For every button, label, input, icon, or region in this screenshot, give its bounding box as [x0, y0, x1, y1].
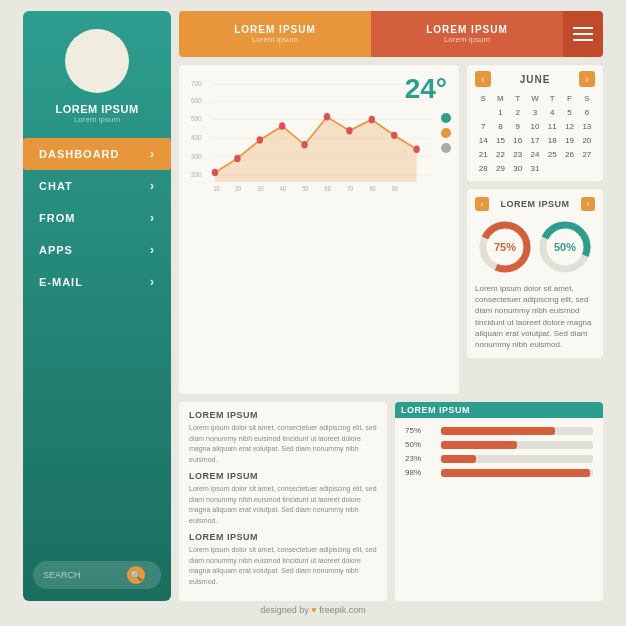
cal-day[interactable]: 24 — [527, 148, 543, 161]
legend-dots — [441, 113, 451, 153]
bar-row-2: 50% — [405, 440, 593, 449]
donuts-row: 75% 50% — [475, 217, 595, 277]
bar-fill-2 — [441, 441, 517, 449]
svg-point-28 — [346, 127, 352, 134]
cal-day[interactable]: 30 — [510, 162, 526, 175]
bar-track-1 — [441, 427, 593, 435]
chart-panel: 24° 700 600 500 400 300 — [179, 65, 459, 394]
donut-prev-button[interactable]: ‹ — [475, 197, 489, 211]
cal-day[interactable]: 18 — [544, 134, 560, 147]
topbar-right-sub: Lorem ipsum — [444, 35, 490, 44]
cal-day[interactable]: 29 — [492, 162, 508, 175]
sidebar-item-from[interactable]: FROM › — [23, 202, 171, 234]
svg-text:10: 10 — [213, 186, 220, 192]
chevron-right-icon: › — [150, 243, 155, 257]
cal-day[interactable]: 15 — [492, 134, 508, 147]
cal-day[interactable]: 4 — [544, 106, 560, 119]
cal-day[interactable]: 27 — [579, 148, 595, 161]
calendar-prev-button[interactable]: ‹ — [475, 71, 491, 87]
cal-day[interactable]: 2 — [510, 106, 526, 119]
cal-day[interactable]: 31 — [527, 162, 543, 175]
cal-day[interactable]: 11 — [544, 120, 560, 133]
sidebar-item-email[interactable]: E-MAIL › — [23, 266, 171, 298]
cal-day — [561, 162, 577, 175]
calendar-grid: S M T W T F S 1 2 3 4 5 — [475, 92, 595, 175]
cal-day[interactable]: 13 — [579, 120, 595, 133]
svg-point-23 — [234, 155, 240, 162]
cal-day[interactable] — [475, 106, 491, 119]
svg-text:600: 600 — [191, 96, 202, 103]
text-title-3: LOREM IPSUM — [189, 532, 377, 542]
topbar-left-sub: Lorem ipsum — [252, 35, 298, 44]
cal-day[interactable]: 21 — [475, 148, 491, 161]
text-title-1: LOREM IPSUM — [189, 410, 377, 420]
cal-day-header: W — [527, 92, 543, 105]
svg-text:300: 300 — [191, 152, 202, 159]
search-button[interactable]: 🔍 — [127, 566, 145, 584]
calendar-next-button[interactable]: › — [579, 71, 595, 87]
svg-text:500: 500 — [191, 115, 202, 122]
cal-day[interactable]: 16 — [510, 134, 526, 147]
cal-day[interactable]: 14 — [475, 134, 491, 147]
cal-day[interactable]: 7 — [475, 120, 491, 133]
calendar-header: ‹ JUNE › — [475, 71, 595, 87]
svg-text:80: 80 — [369, 186, 376, 192]
middle-row: 24° 700 600 500 400 300 — [179, 65, 603, 394]
svg-text:30: 30 — [257, 186, 264, 192]
menu-button[interactable] — [563, 11, 603, 57]
cal-day[interactable]: 20 — [579, 134, 595, 147]
cal-day[interactable]: 19 — [561, 134, 577, 147]
cal-day[interactable]: 3 — [527, 106, 543, 119]
cal-day[interactable]: 26 — [561, 148, 577, 161]
svg-text:400: 400 — [191, 134, 202, 141]
search-bar: 🔍 — [33, 561, 161, 589]
bar-row-4: 98% — [405, 468, 593, 477]
topbar-left: LOREM IPSUM Lorem ipsum — [179, 11, 371, 57]
search-input[interactable] — [43, 570, 123, 580]
cal-day[interactable]: 8 — [492, 120, 508, 133]
bar-label-3: 23% — [405, 454, 435, 463]
donut-panel: ‹ LOREM IPSUM › — [467, 189, 603, 358]
cal-day[interactable]: 6 — [579, 106, 595, 119]
cal-day[interactable]: 22 — [492, 148, 508, 161]
sidebar-item-dashboard[interactable]: DASHBOARD › — [23, 138, 171, 170]
legend-dot-teal — [441, 113, 451, 123]
cal-day[interactable]: 1 — [492, 106, 508, 119]
footer: designed by ♥ freepik.com — [260, 605, 365, 615]
avatar — [65, 29, 129, 93]
cal-day-header: F — [561, 92, 577, 105]
topbar-left-title: LOREM IPSUM — [234, 24, 316, 35]
bar-track-2 — [441, 441, 593, 449]
cal-day[interactable]: 17 — [527, 134, 543, 147]
svg-marker-21 — [215, 117, 417, 182]
cal-day[interactable]: 25 — [544, 148, 560, 161]
topbar-right-title: LOREM IPSUM — [426, 24, 508, 35]
cal-day-header: T — [544, 92, 560, 105]
cal-day[interactable]: 23 — [510, 148, 526, 161]
bar-label-1: 75% — [405, 426, 435, 435]
text-body-3: Lorem ipsum dolor sit amet, consectetuer… — [189, 545, 377, 587]
sidebar-item-chat[interactable]: CHAT › — [23, 170, 171, 202]
calendar-month: JUNE — [520, 74, 551, 85]
svg-text:20: 20 — [235, 186, 242, 192]
cal-day[interactable]: 12 — [561, 120, 577, 133]
chevron-right-icon: › — [150, 275, 155, 289]
donut-right-value: 50% — [554, 241, 576, 253]
legend-dot-orange — [441, 128, 451, 138]
top-bar: LOREM IPSUM Lorem ipsum LOREM IPSUM Lore… — [179, 11, 603, 57]
text-panel-1: LOREM IPSUM Lorem ipsum dolor sit amet, … — [179, 402, 387, 601]
donut-next-button[interactable]: › — [581, 197, 595, 211]
cal-day[interactable]: 9 — [510, 120, 526, 133]
cal-day[interactable]: 5 — [561, 106, 577, 119]
sidebar-item-apps[interactable]: APPS › — [23, 234, 171, 266]
bar-panel: LOREM IPSUM 75% 50% 23% — [395, 402, 603, 601]
cal-day[interactable]: 28 — [475, 162, 491, 175]
main-content: LOREM IPSUM Lorem ipsum LOREM IPSUM Lore… — [179, 11, 603, 601]
svg-text:90: 90 — [392, 186, 399, 192]
cal-day-header: T — [510, 92, 526, 105]
cal-day — [579, 162, 595, 175]
bar-label-4: 98% — [405, 468, 435, 477]
svg-text:40: 40 — [280, 186, 287, 192]
cal-day-header: S — [579, 92, 595, 105]
cal-day[interactable]: 10 — [527, 120, 543, 133]
